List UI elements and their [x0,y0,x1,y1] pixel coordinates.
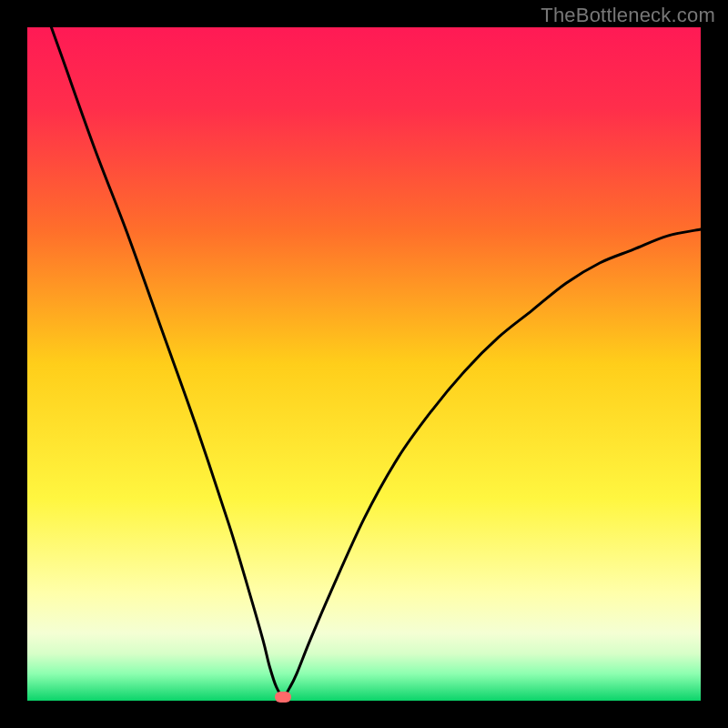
optimal-point-marker [275,692,291,703]
outer-frame: TheBottleneck.com [0,0,728,728]
chart-svg [27,27,701,701]
bottleneck-curve [27,0,701,697]
watermark-text: TheBottleneck.com [541,4,715,27]
